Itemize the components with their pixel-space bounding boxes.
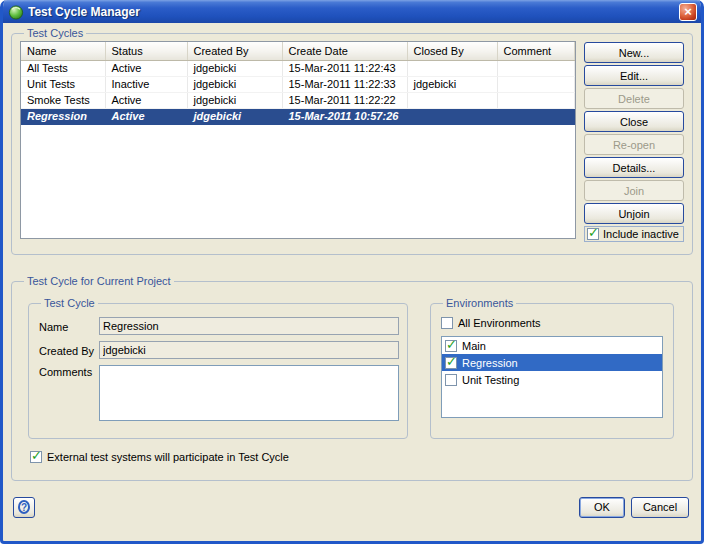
cell-name: Smoke Tests bbox=[21, 92, 105, 108]
test-cycles-table: Name Status Created By Create Date Close… bbox=[20, 41, 576, 239]
column-header-created-by[interactable]: Created By bbox=[187, 42, 282, 60]
checkbox-box bbox=[441, 317, 453, 329]
cell-status: Active bbox=[105, 60, 187, 76]
checkbox-label: Include inactive bbox=[603, 228, 679, 240]
delete-button[interactable]: Delete bbox=[584, 88, 684, 109]
env-item-label: Main bbox=[462, 340, 486, 352]
created-by-field[interactable] bbox=[99, 341, 399, 359]
table-row[interactable]: All Tests Active jdgebicki 15-Mar-2011 1… bbox=[21, 60, 575, 76]
table-row[interactable]: Unit Tests Inactive jdgebicki 15-Mar-201… bbox=[21, 76, 575, 92]
checkbox-box bbox=[445, 340, 457, 352]
test-cycle-subgroup: Test Cycle Name Created By Comments bbox=[28, 297, 408, 439]
ok-button[interactable]: OK bbox=[579, 497, 625, 518]
cell-created-by: jdgebicki bbox=[187, 108, 282, 124]
new-button[interactable]: New... bbox=[584, 42, 684, 63]
cancel-button[interactable]: Cancel bbox=[631, 497, 689, 518]
test-cycles-group: Test Cycles Name Status Created By bbox=[11, 27, 693, 255]
edit-button[interactable]: Edit... bbox=[584, 65, 684, 86]
cell-closed-by bbox=[407, 60, 497, 76]
test-cycle-subgroup-label: Test Cycle bbox=[41, 297, 98, 309]
column-header-comment[interactable]: Comment bbox=[497, 42, 575, 60]
cell-created-by: jdgebicki bbox=[187, 60, 282, 76]
unjoin-button[interactable]: Unjoin bbox=[584, 203, 684, 224]
env-item-main[interactable]: Main bbox=[442, 337, 662, 354]
footer: ? OK Cancel bbox=[11, 481, 693, 541]
checkbox-box bbox=[445, 357, 457, 369]
column-header-create-date[interactable]: Create Date bbox=[282, 42, 407, 60]
cell-name: All Tests bbox=[21, 60, 105, 76]
all-environments-checkbox[interactable]: All Environments bbox=[441, 317, 541, 329]
app-icon bbox=[8, 4, 24, 20]
cell-comment bbox=[497, 92, 575, 108]
close-icon[interactable]: × bbox=[679, 3, 697, 21]
test-cycles-button-column: New... Edit... Delete Close Re-open Deta… bbox=[584, 41, 684, 239]
window-title: Test Cycle Manager bbox=[28, 5, 675, 19]
env-item-unit-testing[interactable]: Unit Testing bbox=[442, 371, 662, 388]
env-item-label: Regression bbox=[462, 357, 518, 369]
cell-create-date: 15-Mar-2011 11:22:43 bbox=[282, 60, 407, 76]
include-inactive-checkbox[interactable]: Include inactive bbox=[584, 226, 684, 242]
column-header-closed-by[interactable]: Closed By bbox=[407, 42, 497, 60]
environments-list: Main Regression Unit Testing bbox=[441, 336, 663, 418]
checkbox-label: External test systems will participate i… bbox=[47, 451, 289, 463]
titlebar[interactable]: Test Cycle Manager × bbox=[3, 0, 701, 23]
close-button[interactable]: Close bbox=[584, 111, 684, 132]
cell-created-by: jdgebicki bbox=[187, 92, 282, 108]
cell-status: Inactive bbox=[105, 76, 187, 92]
cell-created-by: jdgebicki bbox=[187, 76, 282, 92]
cell-comment bbox=[497, 76, 575, 92]
help-button[interactable]: ? bbox=[13, 497, 35, 518]
column-header-name[interactable]: Name bbox=[21, 42, 105, 60]
name-field[interactable] bbox=[99, 317, 399, 335]
help-icon: ? bbox=[18, 500, 30, 514]
checkbox-box bbox=[445, 374, 457, 386]
comments-label: Comments bbox=[39, 365, 99, 378]
checkbox-label: All Environments bbox=[458, 317, 541, 329]
checkbox-box bbox=[30, 451, 42, 463]
cell-create-date: 15-Mar-2011 10:57:26 bbox=[282, 108, 407, 124]
checkbox-box bbox=[587, 228, 599, 240]
current-project-group-label: Test Cycle for Current Project bbox=[24, 275, 174, 287]
join-button[interactable]: Join bbox=[584, 180, 684, 201]
cell-create-date: 15-Mar-2011 11:22:33 bbox=[282, 76, 407, 92]
external-systems-checkbox[interactable]: External test systems will participate i… bbox=[30, 451, 289, 463]
environments-subgroup-label: Environments bbox=[443, 297, 516, 309]
table-row[interactable]: Regression Active jdgebicki 15-Mar-2011 … bbox=[21, 108, 575, 124]
test-cycles-group-label: Test Cycles bbox=[24, 27, 86, 39]
table-header-row: Name Status Created By Create Date Close… bbox=[21, 42, 575, 60]
cell-status: Active bbox=[105, 92, 187, 108]
name-label: Name bbox=[39, 320, 99, 333]
cell-create-date: 15-Mar-2011 11:22:22 bbox=[282, 92, 407, 108]
cell-closed-by bbox=[407, 108, 497, 124]
cell-closed-by: jdgebicki bbox=[407, 76, 497, 92]
dialog-body: Test Cycles Name Status Created By bbox=[3, 23, 701, 541]
env-item-label: Unit Testing bbox=[462, 374, 519, 386]
details-button[interactable]: Details... bbox=[584, 157, 684, 178]
created-by-label: Created By bbox=[39, 344, 99, 357]
cell-name: Regression bbox=[21, 108, 105, 124]
env-item-regression[interactable]: Regression bbox=[442, 354, 662, 371]
test-cycle-manager-dialog: Test Cycle Manager × Test Cycles Name bbox=[0, 0, 704, 544]
cell-closed-by bbox=[407, 92, 497, 108]
table-row[interactable]: Smoke Tests Active jdgebicki 15-Mar-2011… bbox=[21, 92, 575, 108]
current-project-group: Test Cycle for Current Project Test Cycl… bbox=[11, 275, 693, 481]
environments-subgroup: Environments All Environments Main Regre… bbox=[430, 297, 674, 439]
cell-name: Unit Tests bbox=[21, 76, 105, 92]
cell-comment bbox=[497, 60, 575, 76]
reopen-button[interactable]: Re-open bbox=[584, 134, 684, 155]
comments-field[interactable] bbox=[99, 365, 399, 421]
cell-comment bbox=[497, 108, 575, 124]
column-header-status[interactable]: Status bbox=[105, 42, 187, 60]
cell-status: Active bbox=[105, 108, 187, 124]
